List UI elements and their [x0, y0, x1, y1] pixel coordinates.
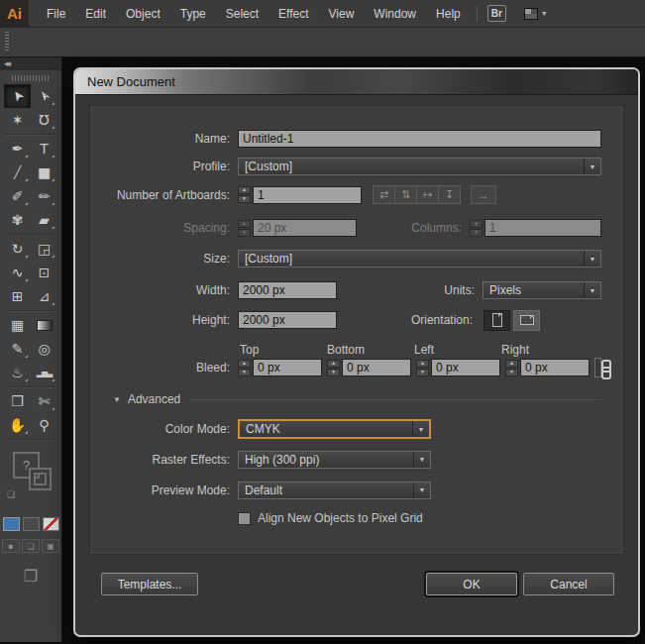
blend-tool[interactable]: ◎ — [31, 337, 57, 361]
align-pixel-grid-checkbox[interactable] — [238, 512, 251, 525]
dialog-titlebar[interactable]: New Document — [75, 69, 638, 95]
canvas-backdrop: New Document Name: Profile: [Custom] ▼ — [62, 57, 645, 642]
advanced-section-header[interactable]: ▼ Advanced — [90, 392, 601, 406]
bleed-top-stepper[interactable]: ▲ ▼ — [238, 360, 251, 376]
free-transform-tool[interactable]: ⊡ — [31, 261, 57, 284]
panel-grip-icon[interactable] — [5, 32, 9, 53]
menu-object[interactable]: Object — [116, 7, 170, 21]
gradient-button[interactable] — [23, 517, 40, 531]
artboard-tool[interactable]: ❒ — [4, 389, 31, 413]
spin-down-icon[interactable]: ▼ — [238, 369, 251, 376]
menu-window[interactable]: Window — [364, 7, 426, 21]
units-dropdown[interactable]: Pixels ▼ — [483, 281, 601, 299]
menu-edit[interactable]: Edit — [75, 7, 116, 21]
profile-dropdown[interactable]: [Custom] ▼ — [238, 158, 601, 175]
shape-builder-tool[interactable]: ⊞ — [4, 284, 31, 308]
spin-up-icon[interactable]: ▲ — [327, 360, 340, 368]
line-segment-tool[interactable]: ╱ — [4, 161, 31, 184]
perspective-grid-tool[interactable]: ⊿ — [31, 284, 57, 308]
bleed-right-input[interactable] — [520, 359, 590, 376]
bleed-top-input[interactable] — [253, 359, 322, 376]
slice-tool[interactable]: ✄ — [31, 389, 57, 413]
bleed-right-stepper[interactable]: ▲ ▼ — [505, 360, 518, 376]
direct-selection-tool[interactable]: ➣ — [31, 84, 57, 108]
columns-stepper: ▲ ▼ — [470, 220, 483, 237]
spin-up-icon[interactable]: ▲ — [505, 360, 518, 368]
magic-wand-tool[interactable]: ✶ — [4, 108, 31, 132]
bleed-left-stepper[interactable]: ▲ ▼ — [416, 360, 429, 376]
dropdown-arrow-icon: ▼ — [412, 421, 429, 437]
scale-tool[interactable]: ◲ — [31, 237, 57, 261]
preview-mode-value: Default — [239, 483, 413, 497]
grid-by-row-button[interactable]: ⇄ — [373, 185, 395, 204]
draw-normal-button[interactable]: ■ — [2, 539, 20, 553]
rectangle-tool[interactable]: ■ — [31, 161, 57, 184]
color-mode-dropdown[interactable]: CMYK ▼ — [238, 419, 431, 439]
ok-button[interactable]: OK — [426, 573, 517, 595]
orientation-landscape-button[interactable] — [513, 310, 540, 331]
bleed-bottom-stepper[interactable]: ▲ ▼ — [327, 360, 340, 376]
type-tool[interactable]: T — [31, 137, 57, 161]
orientation-portrait-button[interactable] — [484, 310, 510, 331]
bleed-left-input[interactable] — [431, 359, 500, 376]
go-to-bridge-button[interactable]: Br — [487, 5, 506, 22]
spin-up-icon[interactable]: ▲ — [416, 360, 429, 368]
menu-select[interactable]: Select — [216, 7, 269, 21]
pen-tool-icon: ✒ — [12, 141, 24, 157]
spin-up-icon[interactable]: ▲ — [238, 186, 251, 194]
zoom-tool[interactable]: ⚲ — [31, 413, 57, 437]
paintbrush-tool[interactable]: ✐ — [4, 184, 31, 208]
bleed-bottom-input[interactable] — [342, 359, 411, 376]
selection-tool[interactable]: ➤ — [4, 84, 31, 108]
eyedropper-tool[interactable]: ✎ — [4, 337, 31, 361]
preview-mode-dropdown[interactable]: Default ▼ — [238, 482, 431, 499]
spin-down-icon[interactable]: ▼ — [327, 369, 340, 376]
menu-effect[interactable]: Effect — [269, 7, 318, 21]
draw-behind-button[interactable]: ❏ — [22, 539, 40, 553]
menu-type[interactable]: Type — [170, 7, 216, 21]
toolbar-grip-icon[interactable] — [12, 75, 50, 81]
layout-direction-button[interactable]: → — [471, 185, 496, 204]
height-input[interactable] — [238, 311, 337, 329]
name-input[interactable] — [238, 130, 601, 148]
raster-effects-dropdown[interactable]: High (300 ppi) ▼ — [238, 451, 431, 469]
advanced-expander-triangle-icon[interactable]: ▼ — [113, 395, 121, 404]
cancel-button[interactable]: Cancel — [523, 573, 614, 595]
toolbar-collapse-button[interactable]: ◂◂ — [0, 57, 61, 70]
grid-by-column-button[interactable]: ⇅ — [394, 185, 417, 204]
rotate-tool[interactable]: ↻ — [4, 237, 31, 261]
hand-tool[interactable]: ✋ — [4, 413, 31, 437]
spin-down-icon[interactable]: ▼ — [238, 195, 251, 203]
spin-up-icon[interactable]: ▲ — [238, 360, 251, 368]
default-fill-stroke-icon[interactable]: ❏ — [7, 489, 15, 499]
width-tool[interactable]: ∿ — [4, 261, 31, 284]
column-graph-tool[interactable]: ▂▅▃ — [31, 361, 57, 384]
pen-tool[interactable]: ✒ — [4, 137, 31, 161]
menu-view[interactable]: View — [319, 7, 365, 21]
artboards-input[interactable] — [253, 186, 362, 204]
none-button[interactable] — [43, 517, 59, 531]
draw-inside-button[interactable]: ▣ — [42, 539, 59, 553]
spin-down-icon[interactable]: ▼ — [416, 369, 429, 376]
link-bleed-values-button[interactable] — [594, 358, 601, 377]
arrange-documents-button[interactable]: ▼ — [524, 8, 548, 20]
mesh-tool[interactable]: ▦ — [4, 313, 31, 337]
blob-brush-tool[interactable]: ✾ — [4, 208, 31, 232]
size-dropdown[interactable]: [Custom] ▼ — [238, 250, 601, 268]
arrange-by-column-button[interactable]: ↧ — [438, 185, 461, 204]
menu-help[interactable]: Help — [426, 7, 471, 21]
width-input[interactable] — [238, 281, 337, 299]
spin-down-icon[interactable]: ▼ — [505, 369, 518, 376]
symbol-sprayer-tool[interactable]: ♨ — [4, 361, 31, 384]
arrange-by-row-button[interactable]: ↦ — [416, 185, 439, 204]
pencil-tool[interactable]: ✏ — [31, 184, 57, 208]
lasso-tool[interactable]: Ω — [31, 108, 57, 132]
eraser-tool[interactable]: ▰ — [31, 208, 57, 232]
templates-button[interactable]: Templates... — [101, 573, 198, 595]
change-screen-mode-button[interactable]: ❐ — [16, 567, 46, 586]
gradient-tool[interactable] — [31, 313, 57, 337]
color-button[interactable] — [3, 517, 20, 531]
stroke-swatch[interactable] — [29, 468, 52, 490]
artboards-stepper[interactable]: ▲ ▼ — [238, 186, 251, 203]
menu-file[interactable]: File — [37, 7, 75, 21]
